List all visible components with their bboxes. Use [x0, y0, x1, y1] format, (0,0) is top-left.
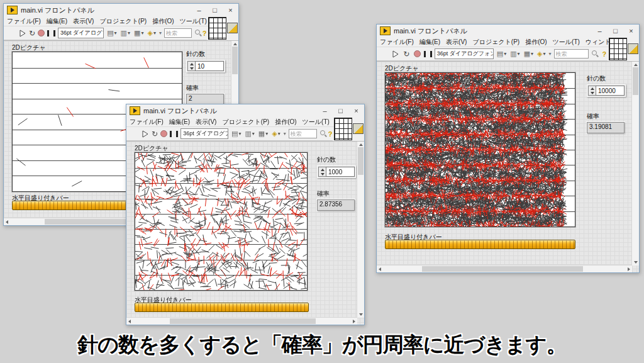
search-input[interactable]: [554, 49, 589, 59]
vi-icon[interactable]: [628, 43, 638, 54]
spinner-buttons-icon[interactable]: [588, 86, 596, 96]
run-icon[interactable]: [142, 129, 149, 139]
minimize-button[interactable]: –: [592, 25, 608, 37]
close-button[interactable]: ×: [348, 104, 364, 117]
run-continuous-icon[interactable]: ↻: [29, 28, 35, 38]
titlebar[interactable]: main.vi フロントパネル – □ ×: [126, 104, 364, 117]
resize-objects-dropdown[interactable]: ▦▾: [523, 49, 534, 59]
vertical-scrollbar[interactable]: [357, 142, 364, 318]
maximize-button[interactable]: □: [333, 104, 348, 117]
menu-tools[interactable]: ツール(T): [303, 118, 330, 126]
distribute-objects-dropdown[interactable]: ▥▾: [120, 28, 131, 38]
pause-icon[interactable]: [424, 49, 432, 59]
scroll-down-icon[interactable]: [359, 313, 363, 316]
align-objects-dropdown[interactable]: ▤▾: [106, 28, 117, 38]
search-scope-dropdown[interactable]: ▾: [549, 51, 552, 57]
help-icon[interactable]: ?: [601, 50, 608, 58]
run-continuous-icon[interactable]: ↻: [402, 49, 411, 59]
help-icon[interactable]: ?: [328, 130, 333, 138]
reorder-dropdown[interactable]: ◈▾: [147, 28, 156, 38]
run-icon[interactable]: [392, 49, 400, 59]
resize-objects-dropdown[interactable]: ▦▾: [133, 28, 144, 38]
horizontal-scroll-thumb[interactable]: [170, 318, 315, 324]
horizontal-scroll-thumb[interactable]: [422, 266, 583, 272]
align-objects-dropdown[interactable]: ▤▾: [231, 129, 242, 139]
search-input[interactable]: [289, 129, 317, 138]
distribute-objects-dropdown[interactable]: ▥▾: [509, 49, 520, 59]
scroll-right-icon[interactable]: [353, 320, 355, 323]
horizontal-scrollbar[interactable]: [126, 317, 357, 325]
close-button[interactable]: ×: [623, 25, 639, 37]
search-input[interactable]: [164, 28, 192, 38]
horizontal-scale-bar[interactable]: [135, 303, 309, 312]
scroll-left-icon[interactable]: [379, 267, 381, 271]
menu-tools[interactable]: ツール(T): [180, 17, 207, 26]
menu-file[interactable]: ファイル(F): [130, 118, 164, 126]
vertical-scrollbar[interactable]: [631, 62, 639, 265]
spinner-buttons-icon[interactable]: [187, 61, 195, 71]
reorder-dropdown[interactable]: ◈▾: [271, 129, 280, 139]
distribute-objects-dropdown[interactable]: ▥▾: [244, 129, 255, 139]
font-selector[interactable]: 36pt ダイアログフォント▾: [180, 128, 228, 139]
horizontal-scrollbar[interactable]: [377, 265, 632, 272]
scroll-down-icon[interactable]: [634, 261, 638, 264]
menu-project[interactable]: プロジェクト(P): [472, 38, 519, 47]
menu-file[interactable]: ファイル(F): [380, 38, 414, 47]
close-button[interactable]: ×: [223, 4, 238, 16]
menu-project[interactable]: プロジェクト(P): [222, 118, 269, 126]
menu-edit[interactable]: 編集(E): [169, 118, 190, 126]
maximize-button[interactable]: □: [207, 4, 223, 16]
menu-operate[interactable]: 操作(O): [275, 118, 296, 126]
vi-icon[interactable]: [227, 23, 238, 33]
vertical-scroll-thumb[interactable]: [633, 67, 638, 95]
menu-project[interactable]: プロジェクト(P): [99, 17, 147, 26]
needle-count-input[interactable]: [326, 167, 355, 177]
scroll-right-icon[interactable]: [628, 267, 630, 271]
help-icon[interactable]: ?: [202, 30, 207, 37]
menu-operate[interactable]: 操作(O): [525, 38, 547, 47]
search-icon[interactable]: [319, 130, 325, 138]
abort-icon[interactable]: [38, 28, 45, 38]
vi-icon[interactable]: [353, 123, 364, 134]
scroll-up-icon[interactable]: [233, 43, 237, 45]
search-scope-dropdown[interactable]: ▾: [159, 30, 162, 36]
pause-icon[interactable]: [47, 28, 55, 38]
pause-icon[interactable]: [170, 129, 178, 139]
menu-edit[interactable]: 編集(E): [47, 17, 67, 26]
menu-view[interactable]: 表示(V): [196, 118, 216, 126]
needle-count-input[interactable]: [596, 86, 625, 96]
search-icon[interactable]: [194, 29, 199, 37]
menu-edit[interactable]: 編集(E): [419, 38, 440, 47]
menu-view[interactable]: 表示(V): [73, 17, 94, 26]
align-objects-dropdown[interactable]: ▤▾: [496, 49, 507, 59]
font-selector[interactable]: 36pt ダイアログフォント▾: [435, 48, 494, 59]
titlebar[interactable]: main.vi フロントパネル – □ ×: [4, 4, 238, 16]
vertical-scroll-thumb[interactable]: [232, 47, 238, 74]
minimize-button[interactable]: –: [191, 4, 207, 16]
search-icon[interactable]: [591, 50, 598, 58]
minimize-button[interactable]: –: [317, 104, 333, 117]
abort-icon[interactable]: [160, 129, 167, 139]
resize-objects-dropdown[interactable]: ▦▾: [258, 129, 269, 139]
reorder-dropdown[interactable]: ◈▾: [536, 49, 546, 59]
scroll-up-icon[interactable]: [359, 143, 363, 146]
spinner-buttons-icon[interactable]: [318, 167, 326, 177]
menu-operate[interactable]: 操作(O): [152, 17, 174, 26]
scroll-left-icon[interactable]: [128, 320, 131, 323]
menu-window[interactable]: ウィンドウ(W): [586, 38, 609, 47]
menu-file[interactable]: ファイル(F): [7, 17, 41, 26]
titlebar[interactable]: main.vi フロントパネル – □ ×: [377, 25, 639, 37]
abort-icon[interactable]: [413, 49, 421, 59]
menu-tools[interactable]: ツール(T): [553, 38, 580, 47]
scroll-up-icon[interactable]: [634, 64, 638, 66]
maximize-button[interactable]: □: [608, 25, 623, 37]
needle-count-input[interactable]: [195, 61, 224, 71]
scroll-left-icon[interactable]: [6, 220, 8, 224]
menu-view[interactable]: 表示(V): [446, 38, 467, 47]
search-scope-dropdown[interactable]: ▾: [284, 131, 286, 137]
font-selector[interactable]: 36pt ダイアログフォント▾: [58, 28, 104, 38]
run-continuous-icon[interactable]: ↻: [152, 129, 158, 139]
vertical-scroll-thumb[interactable]: [358, 147, 364, 175]
run-icon[interactable]: [19, 28, 26, 38]
horizontal-scale-bar[interactable]: [385, 240, 575, 249]
